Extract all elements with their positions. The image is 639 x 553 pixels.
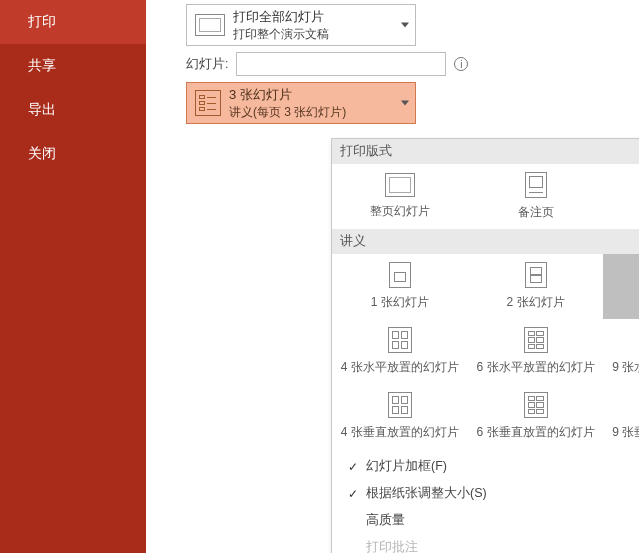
chevron-down-icon	[401, 101, 409, 106]
chevron-down-icon	[401, 23, 409, 28]
dropdown-options: ✓ 幻灯片加框(F) ✓ 根据纸张调整大小(S) 高质量 打印批注 打	[332, 449, 639, 553]
sidebar-item-close[interactable]: 关闭	[0, 132, 146, 176]
slides-input[interactable]	[236, 52, 446, 76]
print-range-subtitle: 打印整个演示文稿	[233, 26, 329, 43]
section-handouts: 讲义	[332, 229, 639, 254]
print-range-title: 打印全部幻灯片	[233, 8, 329, 26]
print-range-dropdown[interactable]: 打印全部幻灯片 打印整个演示文稿	[186, 4, 416, 46]
full-slide-icon	[195, 14, 225, 36]
opt-scale-to-paper[interactable]: ✓ 根据纸张调整大小(S)	[332, 480, 639, 507]
slides-label: 幻灯片:	[186, 56, 228, 73]
handout-1-slide[interactable]: 1 张幻灯片	[332, 254, 468, 319]
layout-outline[interactable]: 大纲	[603, 164, 639, 229]
handout-2-slides[interactable]: 2 张幻灯片	[468, 254, 604, 319]
backstage-sidebar: 打印 共享 导出 关闭	[0, 0, 146, 553]
handout-4-horizontal[interactable]: 4 张水平放置的幻灯片	[332, 319, 468, 384]
checkmark-icon: ✓	[348, 460, 366, 474]
opt-print-comments: 打印批注	[332, 534, 639, 553]
handout-4-vertical[interactable]: 4 张垂直放置的幻灯片	[332, 384, 468, 449]
handout-3-icon	[195, 90, 221, 116]
section-print-layout: 打印版式	[332, 139, 639, 164]
full-page-icon	[385, 173, 415, 197]
handout-6-horizontal[interactable]: 6 张水平放置的幻灯片	[468, 319, 604, 384]
handout-9-horizontal[interactable]: 9 张水平放置的幻灯片	[603, 319, 639, 384]
layout-dropdown-popup: 打印版式 整页幻灯片 备注页 大纲 讲义 1 张幻	[331, 138, 639, 553]
handout-9-vertical[interactable]: 9 张垂直放置的幻灯片	[603, 384, 639, 449]
opt-high-quality[interactable]: 高质量	[332, 507, 639, 534]
notes-page-icon	[525, 172, 547, 198]
grid6-icon	[524, 327, 548, 353]
layout-notes-pages[interactable]: 备注页	[468, 164, 604, 229]
opt-frame-slides[interactable]: ✓ 幻灯片加框(F)	[332, 453, 639, 480]
sidebar-item-export[interactable]: 导出	[0, 88, 146, 132]
handout-6-vertical[interactable]: 6 张垂直放置的幻灯片	[468, 384, 604, 449]
print-settings-panel: 打印全部幻灯片 打印整个演示文稿 幻灯片: i 3 张幻灯片 讲义(每页	[146, 0, 639, 553]
layout-full-page-slides[interactable]: 整页幻灯片	[332, 164, 468, 229]
checkmark-icon: ✓	[348, 487, 366, 501]
handout-3-slides[interactable]: 3 张幻灯片	[603, 254, 639, 319]
handout-1-icon	[389, 262, 411, 288]
grid4-icon	[388, 327, 412, 353]
layout-title: 3 张幻灯片	[229, 86, 346, 104]
grid4v-icon	[388, 392, 412, 418]
grid6v-icon	[524, 392, 548, 418]
layout-dropdown[interactable]: 3 张幻灯片 讲义(每页 3 张幻灯片)	[186, 82, 416, 124]
handout-2-icon	[525, 262, 547, 288]
layout-subtitle: 讲义(每页 3 张幻灯片)	[229, 104, 346, 121]
info-icon[interactable]: i	[454, 57, 468, 71]
sidebar-item-share[interactable]: 共享	[0, 44, 146, 88]
sidebar-item-print[interactable]: 打印	[0, 0, 146, 44]
